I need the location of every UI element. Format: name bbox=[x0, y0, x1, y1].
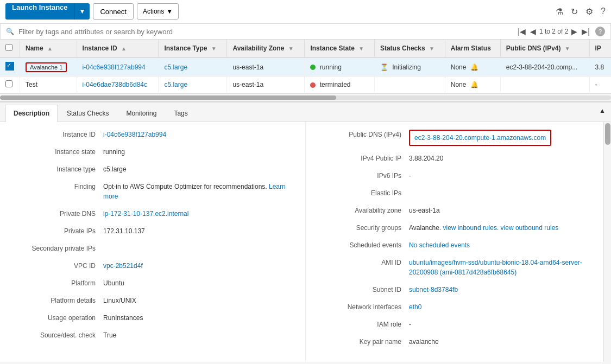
status-check-text-1: Initializing bbox=[392, 63, 421, 71]
actions-button[interactable]: Actions ▼ bbox=[137, 3, 179, 20]
pagination-text: 1 to 2 of 2 bbox=[539, 28, 568, 35]
select-all-checkbox[interactable] bbox=[0, 40, 20, 58]
detail-secondary-ips-row: Secondary private IPs bbox=[11, 244, 294, 253]
platform-label: Platform bbox=[11, 278, 103, 288]
page-first-button[interactable]: |◀ bbox=[516, 27, 527, 36]
state-text-2: terminated bbox=[320, 81, 351, 88]
actions-chevron-icon: ▼ bbox=[166, 8, 173, 15]
detail-scheduled-events-row: Scheduled events No scheduled events bbox=[317, 240, 600, 250]
toolbar-right: ⚗ ↻ ⚙ ? bbox=[556, 7, 606, 17]
row-instance-id-2[interactable]: i-04e6dae738db6d84c bbox=[77, 76, 159, 93]
tab-status-checks[interactable]: Status Checks bbox=[59, 105, 117, 122]
col-status-checks[interactable]: Status Checks ▼ bbox=[374, 40, 445, 58]
platform-details-label: Platform details bbox=[11, 296, 103, 305]
key-pair-label: Key pair name bbox=[317, 337, 409, 347]
flask-icon[interactable]: ⚗ bbox=[556, 7, 563, 17]
instance-state-label: Instance state bbox=[11, 147, 103, 157]
private-dns-value: ip-172-31-10-137.ec2.internal bbox=[103, 209, 294, 219]
usage-operation-value: RunInstances bbox=[103, 313, 294, 323]
pagination: |◀ ◀ 1 to 2 of 2 ▶ ▶| bbox=[516, 27, 591, 36]
detail-finding-row: Finding Opt-in to AWS Compute Optimizer … bbox=[11, 182, 294, 201]
col-instance-id[interactable]: Instance ID ▲ bbox=[77, 40, 159, 58]
col-availability-zone[interactable]: Availability Zone ▼ bbox=[227, 40, 305, 58]
tab-tags[interactable]: Tags bbox=[166, 105, 196, 122]
tab-description[interactable]: Description bbox=[5, 105, 58, 122]
detail-instance-id-row: Instance ID i-04c6e938f127ab994 bbox=[11, 130, 294, 139]
col-name[interactable]: Name ▲ bbox=[20, 40, 77, 58]
detail-security-groups-row: Security groups Avalanche. view inbound … bbox=[317, 223, 600, 233]
page-next-button[interactable]: ▶ bbox=[570, 27, 578, 36]
vertical-scrollbar[interactable] bbox=[603, 122, 611, 362]
subnet-id-link[interactable]: subnet-8d3784fb bbox=[409, 286, 458, 293]
launch-instance-main[interactable]: Launch Instance bbox=[5, 3, 75, 20]
subnet-id-value: subnet-8d3784fb bbox=[409, 285, 600, 295]
finding-value: Opt-in to AWS Compute Optimizer for reco… bbox=[103, 182, 294, 201]
detail-source-dest-row: Source/dest. check True bbox=[11, 330, 294, 340]
instance-type-link-1[interactable]: c5.large bbox=[164, 63, 187, 71]
tab-monitoring[interactable]: Monitoring bbox=[118, 105, 165, 122]
search-help-icon[interactable]: ? bbox=[595, 27, 605, 36]
iam-role-label: IAM role bbox=[317, 320, 409, 329]
public-dns-link[interactable]: ec2-3-88-204-20.compute-1.amazonaws.com bbox=[414, 134, 546, 142]
elastic-ips-label: Elastic IPs bbox=[317, 188, 409, 198]
launch-instance-button[interactable]: Launch Instance ▼ bbox=[5, 3, 90, 20]
instance-id-label: Instance ID bbox=[11, 130, 103, 139]
secondary-ips-label: Secondary private IPs bbox=[11, 244, 103, 253]
ipv6-label: IPv6 IPs bbox=[317, 171, 409, 181]
vpc-id-link[interactable]: vpc-2b521d4f bbox=[103, 262, 143, 270]
col-instance-type[interactable]: Instance Type ▼ bbox=[159, 40, 227, 58]
scheduled-events-value: No scheduled events bbox=[409, 240, 600, 250]
security-inbound-link[interactable]: view inbound rules. bbox=[443, 224, 499, 232]
security-groups-label: Security groups bbox=[317, 223, 409, 233]
public-dns-highlighted: ec2-3-88-204-20.compute-1.amazonaws.com bbox=[409, 130, 551, 146]
instance-type-value: c5.large bbox=[103, 164, 294, 174]
ipv4-value: 3.88.204.20 bbox=[409, 154, 600, 163]
col-ip[interactable]: IP bbox=[589, 40, 611, 58]
instance-type-link-2[interactable]: c5.large bbox=[164, 81, 187, 88]
public-dns-label: Public DNS (IPv4) bbox=[317, 130, 409, 139]
instance-type-label: Instance type bbox=[11, 164, 103, 174]
col-alarm-status[interactable]: Alarm Status bbox=[445, 40, 500, 58]
connect-button[interactable]: Connect bbox=[93, 3, 133, 20]
table-row[interactable]: Test i-04e6dae738db6d84c c5.large us-eas… bbox=[0, 76, 611, 93]
row-alarm-2: None 🔔 bbox=[445, 76, 500, 93]
page-last-button[interactable]: ▶| bbox=[581, 27, 591, 36]
finding-label: Finding bbox=[11, 182, 103, 191]
state-dot-2 bbox=[310, 82, 316, 88]
row-state-2: terminated bbox=[305, 76, 374, 93]
collapse-icon[interactable]: ▲ bbox=[599, 103, 606, 122]
detail-private-dns-row: Private DNS ip-172-31-10-137.ec2.interna… bbox=[11, 209, 294, 219]
scheduled-events-link[interactable]: No scheduled events bbox=[409, 241, 470, 249]
row-instance-id-1[interactable]: i-04c6e938f127ab994 bbox=[77, 58, 159, 76]
detail-content: Instance ID i-04c6e938f127ab994 Instance… bbox=[0, 122, 611, 362]
launch-instance-dropdown[interactable]: ▼ bbox=[75, 3, 90, 20]
security-group-name: Avalanche. bbox=[409, 224, 441, 232]
page-prev-button[interactable]: ◀ bbox=[529, 27, 537, 36]
col-instance-state[interactable]: Instance State ▼ bbox=[305, 40, 374, 58]
search-input[interactable] bbox=[18, 28, 512, 36]
instance-id-link-1[interactable]: i-04c6e938f127ab994 bbox=[83, 63, 146, 71]
detail-network-interfaces-row: Network interfaces eth0 bbox=[317, 302, 600, 312]
help-icon[interactable]: ? bbox=[601, 7, 606, 16]
horizontal-scrollbar[interactable] bbox=[0, 94, 611, 101]
detail-public-dns-row: Public DNS (IPv4) ec2-3-88-204-20.comput… bbox=[317, 130, 600, 146]
platform-details-value: Linux/UNIX bbox=[103, 296, 294, 305]
row-name-1[interactable]: Avalanche 1 bbox=[20, 58, 77, 76]
detail-elastic-ips-row: Elastic IPs bbox=[317, 188, 600, 198]
network-interfaces-link[interactable]: eth0 bbox=[409, 303, 421, 311]
ami-id-link[interactable]: ubuntu/images/hvm-ssd/ubuntu-bionic-18.0… bbox=[409, 259, 582, 276]
ipv4-label: IPv4 Public IP bbox=[317, 154, 409, 163]
refresh-icon[interactable]: ↻ bbox=[571, 7, 578, 17]
instance-id-link[interactable]: i-04c6e938f127ab994 bbox=[103, 131, 166, 138]
instance-id-link-2[interactable]: i-04e6dae738db6d84c bbox=[83, 81, 147, 88]
col-public-dns[interactable]: Public DNS (IPv4) ▼ bbox=[500, 40, 589, 58]
security-outbound-link[interactable]: view outbound rules bbox=[501, 224, 559, 232]
table-row[interactable]: Avalanche 1 i-04c6e938f127ab994 c5.large… bbox=[0, 58, 611, 76]
row-name-2[interactable]: Test bbox=[20, 76, 77, 93]
private-dns-link[interactable]: ip-172-31-10-137.ec2.internal bbox=[103, 210, 188, 218]
vpc-id-value: vpc-2b521d4f bbox=[103, 261, 294, 271]
instances-table: Name ▲ Instance ID ▲ Instance Type ▼ Ava… bbox=[0, 40, 611, 93]
row-checkbox-1[interactable] bbox=[0, 58, 20, 76]
row-checkbox-2[interactable] bbox=[0, 76, 20, 93]
settings-icon[interactable]: ⚙ bbox=[585, 7, 593, 17]
